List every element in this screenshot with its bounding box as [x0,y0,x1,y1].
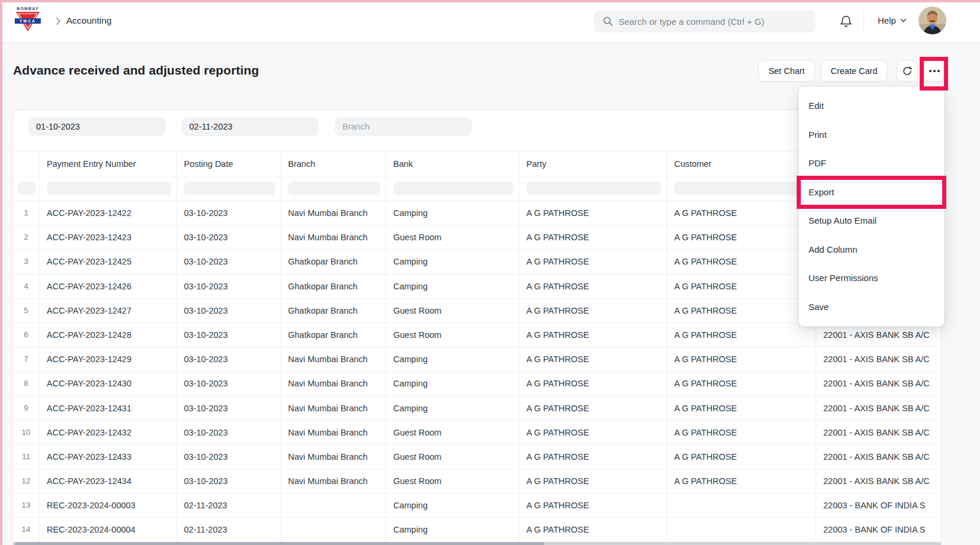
cell-customer: A G PATHROSE [667,225,816,250]
column-header-payment-entry-number[interactable]: Payment Entry Number [40,151,177,176]
cell-branch: Navi Mumbai Branch [281,225,386,250]
menu-item-setup-auto-email[interactable]: Setup Auto Email [799,207,944,236]
cell-party: A G PATHROSE [519,396,667,421]
search-icon [603,16,613,27]
menu-item-save[interactable]: Save [799,293,944,322]
cell-posting-date: 03-10-2023 [177,299,281,323]
cell-payment-entry-number: ACC-PAY-2023-12432 [40,421,177,445]
from-date-filter[interactable] [28,117,166,136]
cell-payment-entry-number: ACC-PAY-2023-12429 [40,347,177,372]
column-filter-input-bank[interactable] [393,182,513,195]
filter-cell-row-number [13,176,40,201]
column-filter-input-customer[interactable] [674,182,810,195]
column-header-bank[interactable]: Bank [386,151,519,176]
cell-bank: Camping [386,494,519,518]
table-row: 11ACC-PAY-2023-1243303-10-2023Navi Mumba… [13,445,942,469]
more-menu-button[interactable] [924,60,945,82]
chevron-down-icon [900,17,907,24]
cell-bank: Camping [386,201,519,225]
column-filter-input-payment-entry-number[interactable] [47,182,171,195]
to-date-filter[interactable] [182,117,319,136]
column-header-posting-date[interactable]: Posting Date [177,151,281,176]
cell-payment-entry-number: REC-2023-2024-00003 [40,494,177,518]
refresh-button[interactable] [897,60,918,82]
column-filter-input-party[interactable] [526,182,661,195]
column-filter-input-row-number[interactable] [18,182,35,195]
cell-branch: Navi Mumbai Branch [281,445,386,469]
cell-customer: A G PATHROSE [667,250,816,274]
cell-customer: A G PATHROSE [667,421,816,445]
cell-payment-entry-number: ACC-PAY-2023-12428 [40,323,177,347]
breadcrumb-chevron-icon [53,17,63,26]
table-row: 8ACC-PAY-2023-1243003-10-2023Navi Mumbai… [13,372,942,396]
avatar-photo [918,7,946,34]
cell-payment-entry-number: ACC-PAY-2023-12423 [40,225,177,250]
cell-branch: Navi Mumbai Branch [281,469,386,494]
menu-item-edit[interactable]: Edit [799,92,944,121]
menu-item-user-permissions[interactable]: User Permissions [799,264,944,293]
cell-customer: A G PATHROSE [667,469,816,494]
cell-posting-date: 03-10-2023 [177,201,281,225]
menu-item-export[interactable]: Export [799,178,944,207]
cell-party: A G PATHROSE [519,201,667,225]
user-avatar[interactable] [918,7,946,34]
set-chart-button[interactable]: Set Chart [758,60,815,82]
menu-item-add-column[interactable]: Add Column [799,236,944,265]
column-filter-input-branch[interactable] [288,182,380,195]
table-row: 9ACC-PAY-2023-1243103-10-2023Navi Mumbai… [13,396,942,421]
horizontal-scrollbar-thumb[interactable] [15,542,544,545]
bombay-ymca-logo[interactable]: BOMBAY YMCA [15,5,41,37]
cell-party: A G PATHROSE [519,299,667,323]
cell-branch: Navi Mumbai Branch [281,396,386,421]
cell-bank: Guest Room [386,469,519,494]
cell-row-number: 13 [13,494,40,518]
column-header-row-number [13,151,40,176]
cell-customer: A G PATHROSE [667,347,816,372]
cell-bank: Guest Room [386,299,519,323]
column-header-branch[interactable]: Branch [281,151,386,176]
cell-bank-account: 22003 - BANK OF INDIA S [816,518,942,542]
cell-payment-entry-number: ACC-PAY-2023-12431 [40,396,177,421]
cell-posting-date: 03-10-2023 [177,250,281,274]
more-dropdown-menu: EditPrintPDFExportSetup Auto EmailAdd Co… [798,86,945,327]
branch-filter[interactable] [335,117,472,136]
notifications-bell-icon[interactable] [840,15,852,28]
search-input[interactable] [619,10,808,33]
help-menu[interactable]: Help [878,15,907,25]
column-filter-input-posting-date[interactable] [184,182,275,195]
cell-row-number: 12 [13,469,40,494]
table-row: 10ACC-PAY-2023-1243203-10-2023Navi Mumba… [13,421,942,445]
cell-bank-account: 22001 - AXIS BANK SB A/C [816,347,942,372]
cell-payment-entry-number: ACC-PAY-2023-12422 [40,201,177,225]
global-search[interactable] [594,10,816,33]
screenshot-border-left [0,0,2,545]
cell-posting-date: 03-10-2023 [177,421,281,445]
menu-item-pdf[interactable]: PDF [799,149,944,178]
cell-party: A G PATHROSE [519,518,667,542]
help-label: Help [878,15,896,25]
cell-party: A G PATHROSE [519,250,667,274]
breadcrumb[interactable]: Accounting [66,15,112,26]
cell-customer: A G PATHROSE [667,299,816,323]
page-title: Advance received and adjusted reporting [13,63,259,78]
cell-bank-account: 22001 - AXIS BANK SB A/C [816,445,942,469]
logo-text-band: YMCA [20,19,36,23]
table-row: 7ACC-PAY-2023-1242903-10-2023Navi Mumbai… [13,347,942,372]
cell-party: A G PATHROSE [519,421,667,445]
column-header-customer[interactable]: Customer [667,151,816,176]
ellipsis-icon [929,70,940,72]
cell-row-number: 9 [13,396,40,421]
cell-payment-entry-number: ACC-PAY-2023-12430 [40,372,177,396]
column-header-party[interactable]: Party [519,151,667,176]
cell-party: A G PATHROSE [519,372,667,396]
filter-cell-customer [667,176,816,201]
cell-row-number: 6 [13,323,40,347]
cell-customer: A G PATHROSE [667,201,816,225]
menu-item-print[interactable]: Print [799,121,944,150]
cell-customer: A G PATHROSE [667,323,816,347]
cell-branch [281,494,386,518]
create-card-button[interactable]: Create Card [821,60,887,82]
cell-customer: A G PATHROSE [667,396,816,421]
cell-posting-date: 02-11-2023 [177,494,281,518]
table-row: 6ACC-PAY-2023-1242803-10-2023Ghatkopar B… [13,323,942,347]
